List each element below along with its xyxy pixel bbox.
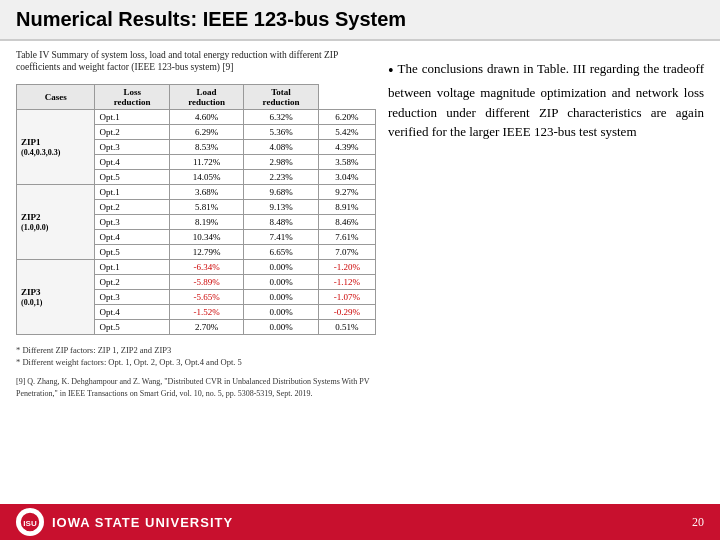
footer-logo: ISU IOWA STATE UNIVERSITY: [16, 508, 233, 536]
col-header-total: Totalreduction: [244, 84, 318, 109]
total-cell: 7.61%: [318, 229, 375, 244]
opt-label-cell: Opt.4: [95, 154, 169, 169]
col-header-load: Loadreduction: [169, 84, 243, 109]
group-label-cell: ZIP1(0.4,0.3,0.3): [17, 109, 95, 184]
loss-cell: 14.05%: [169, 169, 243, 184]
load-cell: 6.65%: [244, 244, 318, 259]
load-cell: 2.23%: [244, 169, 318, 184]
loss-cell: -6.34%: [169, 259, 243, 274]
load-cell: 0.00%: [244, 319, 318, 334]
load-cell: 0.00%: [244, 274, 318, 289]
loss-cell: 3.68%: [169, 184, 243, 199]
main-content: Table IV Summary of system loss, load an…: [0, 41, 720, 504]
svg-text:ISU: ISU: [23, 519, 37, 528]
load-cell: 0.00%: [244, 259, 318, 274]
col-header-cases: Cases: [17, 84, 95, 109]
left-column: Table IV Summary of system loss, load an…: [16, 49, 376, 496]
opt-label-cell: Opt.1: [95, 109, 169, 124]
loss-cell: 12.79%: [169, 244, 243, 259]
loss-cell: 8.19%: [169, 214, 243, 229]
footnote-1: * Different ZIP factors: ZIP 1, ZIP2 and…: [16, 345, 376, 357]
total-cell: 3.04%: [318, 169, 375, 184]
load-cell: 9.13%: [244, 199, 318, 214]
total-cell: 9.27%: [318, 184, 375, 199]
header: Numerical Results: IEEE 123-bus System: [0, 0, 720, 41]
loss-cell: 6.29%: [169, 124, 243, 139]
loss-cell: 2.70%: [169, 319, 243, 334]
load-cell: 2.98%: [244, 154, 318, 169]
loss-cell: 10.34%: [169, 229, 243, 244]
opt-label-cell: Opt.2: [95, 274, 169, 289]
load-cell: 0.00%: [244, 289, 318, 304]
opt-label-cell: Opt.5: [95, 319, 169, 334]
load-cell: 7.41%: [244, 229, 318, 244]
total-cell: 0.51%: [318, 319, 375, 334]
load-cell: 8.48%: [244, 214, 318, 229]
university-name: IOWA STATE UNIVERSITY: [52, 515, 233, 530]
total-cell: 6.20%: [318, 109, 375, 124]
opt-label-cell: Opt.5: [95, 169, 169, 184]
total-cell: 3.58%: [318, 154, 375, 169]
table-row: ZIP1(0.4,0.3,0.3)Opt.14.60%6.32%6.20%: [17, 109, 376, 124]
footnote-2: * Different weight factors: Opt. 1, Opt.…: [16, 357, 376, 369]
table-caption: Table IV Summary of system loss, load an…: [16, 49, 376, 74]
total-cell: 8.46%: [318, 214, 375, 229]
load-cell: 4.08%: [244, 139, 318, 154]
total-cell: 7.07%: [318, 244, 375, 259]
total-cell: 4.39%: [318, 139, 375, 154]
page-title: Numerical Results: IEEE 123-bus System: [16, 8, 704, 31]
loss-cell: -5.89%: [169, 274, 243, 289]
table-row: ZIP2(1.0,0.0)Opt.13.68%9.68%9.27%: [17, 184, 376, 199]
opt-label-cell: Opt.1: [95, 259, 169, 274]
opt-label-cell: Opt.4: [95, 229, 169, 244]
total-cell: -1.20%: [318, 259, 375, 274]
table-row: ZIP3(0.0,1)Opt.1-6.34%0.00%-1.20%: [17, 259, 376, 274]
reference-text: [9] Q. Zhang, K. Dehgharnpour and Z. Wan…: [16, 376, 376, 398]
opt-label-cell: Opt.5: [95, 244, 169, 259]
total-cell: 8.91%: [318, 199, 375, 214]
opt-label-cell: Opt.3: [95, 139, 169, 154]
load-cell: 6.32%: [244, 109, 318, 124]
group-label-cell: ZIP2(1.0,0.0): [17, 184, 95, 259]
opt-label-cell: Opt.3: [95, 289, 169, 304]
loss-cell: -1.52%: [169, 304, 243, 319]
opt-label-cell: Opt.1: [95, 184, 169, 199]
opt-label-cell: Opt.3: [95, 214, 169, 229]
loss-cell: 4.60%: [169, 109, 243, 124]
page: Numerical Results: IEEE 123-bus System T…: [0, 0, 720, 540]
loss-cell: -5.65%: [169, 289, 243, 304]
loss-cell: 11.72%: [169, 154, 243, 169]
opt-label-cell: Opt.4: [95, 304, 169, 319]
load-cell: 5.36%: [244, 124, 318, 139]
load-cell: 9.68%: [244, 184, 318, 199]
page-number: 20: [692, 515, 704, 530]
conclusion-text: •The conclusions drawn in Table. III reg…: [388, 59, 704, 142]
total-cell: 5.42%: [318, 124, 375, 139]
loss-cell: 5.81%: [169, 199, 243, 214]
right-column: •The conclusions drawn in Table. III reg…: [388, 49, 704, 496]
total-cell: -0.29%: [318, 304, 375, 319]
data-table: Cases Lossreduction Loadreduction Totalr…: [16, 84, 376, 335]
col-header-loss: Lossreduction: [95, 84, 169, 109]
footnote: * Different ZIP factors: ZIP 1, ZIP2 and…: [16, 345, 376, 369]
total-cell: -1.12%: [318, 274, 375, 289]
group-label-cell: ZIP3(0.0,1): [17, 259, 95, 334]
load-cell: 0.00%: [244, 304, 318, 319]
isu-logo-icon: ISU: [16, 508, 44, 536]
total-cell: -1.07%: [318, 289, 375, 304]
opt-label-cell: Opt.2: [95, 199, 169, 214]
bullet-icon: •: [388, 62, 394, 79]
loss-cell: 8.53%: [169, 139, 243, 154]
opt-label-cell: Opt.2: [95, 124, 169, 139]
footer: ISU IOWA STATE UNIVERSITY 20: [0, 504, 720, 540]
